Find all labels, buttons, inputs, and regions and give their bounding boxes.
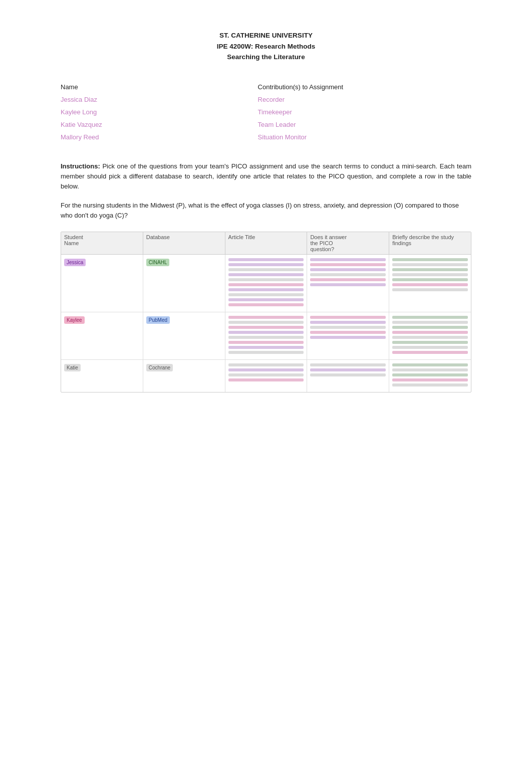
article-line-3c [228, 373, 304, 376]
article-line-2b [228, 321, 304, 324]
findings-line-3d [392, 378, 468, 381]
article-line-1a [228, 258, 304, 261]
pico-line-3b [310, 368, 386, 371]
instructions-label: Instructions: [61, 162, 100, 170]
cell-pico-2 [307, 312, 389, 359]
pico-line-2b [310, 321, 386, 324]
findings-line-2a [392, 316, 468, 319]
article-line-1b [228, 263, 304, 266]
pico-line-2d [310, 331, 386, 334]
article-line-1g [228, 288, 304, 291]
pico-line-1b [310, 263, 386, 266]
cell-database-2: PubMed [143, 312, 225, 359]
findings-line-1d [392, 273, 468, 276]
pico-line-1d [310, 273, 386, 276]
member-name-1: Jessica Diaz [61, 96, 97, 103]
cell-student-1: Jessica [61, 255, 143, 312]
cell-student-2: Kaylee [61, 312, 143, 359]
th-findings: Briefly describe the studyfindings [389, 232, 471, 254]
header-line2: IPE 4200W: Research Methods [61, 41, 471, 52]
article-line-2f [228, 341, 304, 344]
article-line-1i [228, 298, 304, 301]
th-pico: Does it answerthe PICOquestion? [307, 232, 389, 254]
cell-student-3: Katie [61, 360, 143, 392]
col-name-header: Name [61, 81, 258, 93]
col-contrib-header: Contribution(s) to Assignment [258, 81, 471, 93]
findings-line-3b [392, 368, 468, 371]
member-contrib-2: Timekeeper [258, 108, 292, 116]
cell-article-3 [225, 360, 308, 392]
article-line-3b [228, 368, 304, 371]
student-pill-3: Katie [64, 364, 81, 371]
team-member-row-3: Katie Vazquez Team Leader [61, 118, 471, 131]
findings-line-2c [392, 326, 468, 329]
pico-line-2e [310, 336, 386, 339]
team-member-row-4: Mallory Reed Situation Monitor [61, 131, 471, 143]
th-database: Database [143, 232, 225, 254]
article-line-2e [228, 336, 304, 339]
findings-line-2h [392, 351, 468, 354]
pico-line-1e [310, 278, 386, 281]
article-line-2c [228, 326, 304, 329]
findings-line-1a [392, 258, 468, 261]
pico-line-3c [310, 373, 386, 376]
header-line3: Searching the Literature [61, 52, 471, 63]
article-line-2g [228, 346, 304, 349]
findings-line-2f [392, 341, 468, 344]
cell-findings-2 [389, 312, 471, 359]
pico-line-2a [310, 316, 386, 319]
findings-line-2g [392, 346, 468, 349]
findings-line-1b [392, 263, 468, 266]
member-contrib-4: Situation Monitor [258, 133, 307, 141]
findings-line-1g [392, 288, 468, 291]
table-row-2: Kaylee PubMed [61, 312, 471, 360]
pico-line-1f [310, 283, 386, 286]
student-pill-1: Jessica [64, 259, 86, 266]
student-pill-2: Kaylee [64, 316, 85, 324]
article-line-1c [228, 268, 304, 271]
team-member-row-2: Kaylee Long Timekeeper [61, 106, 471, 118]
pico-question: For the nursing students in the Midwest … [61, 201, 471, 221]
member-contrib-1: Recorder [258, 96, 285, 103]
cell-article-1 [225, 255, 308, 312]
document-header: ST. CATHERINE UNIVERSITY IPE 4200W: Rese… [61, 30, 471, 63]
findings-line-3e [392, 383, 468, 386]
pico-line-1c [310, 268, 386, 271]
article-line-1f [228, 283, 304, 286]
findings-line-1c [392, 268, 468, 271]
article-line-2h [228, 351, 304, 354]
article-line-1j [228, 303, 304, 306]
article-line-1d [228, 273, 304, 276]
header-line1: ST. CATHERINE UNIVERSITY [61, 30, 471, 41]
pico-line-3a [310, 363, 386, 366]
table-row-1: Jessica CINAHL [61, 255, 471, 312]
cell-findings-3 [389, 360, 471, 392]
table-header-row: StudentName Database Article Title Does … [61, 232, 471, 255]
cell-findings-1 [389, 255, 471, 312]
cell-pico-1 [307, 255, 389, 312]
article-line-2d [228, 331, 304, 334]
article-line-1h [228, 293, 304, 296]
member-name-3: Katie Vazquez [61, 121, 102, 128]
research-table: StudentName Database Article Title Does … [61, 232, 471, 393]
th-article: Article Title [225, 232, 308, 254]
instructions-text: Pick one of the questions from your team… [61, 162, 471, 190]
cell-pico-3 [307, 360, 389, 392]
page-container: ST. CATHERINE UNIVERSITY IPE 4200W: Rese… [51, 0, 481, 413]
findings-line-3a [392, 363, 468, 366]
pico-line-1a [310, 258, 386, 261]
table-row-3: Katie Cochrane [61, 360, 471, 392]
findings-line-3c [392, 373, 468, 376]
findings-line-2b [392, 321, 468, 324]
article-line-3a [228, 363, 304, 366]
cell-database-3: Cochrane [143, 360, 225, 392]
article-line-3d [228, 378, 304, 381]
team-table: Name Contribution(s) to Assignment Jessi… [61, 81, 471, 143]
instructions-paragraph: Instructions: Pick one of the questions … [61, 161, 471, 191]
pico-line-2c [310, 326, 386, 329]
findings-line-2d [392, 331, 468, 334]
database-pill-3: Cochrane [146, 364, 173, 371]
article-line-2a [228, 316, 304, 319]
member-name-4: Mallory Reed [61, 133, 99, 141]
article-line-1e [228, 278, 304, 281]
